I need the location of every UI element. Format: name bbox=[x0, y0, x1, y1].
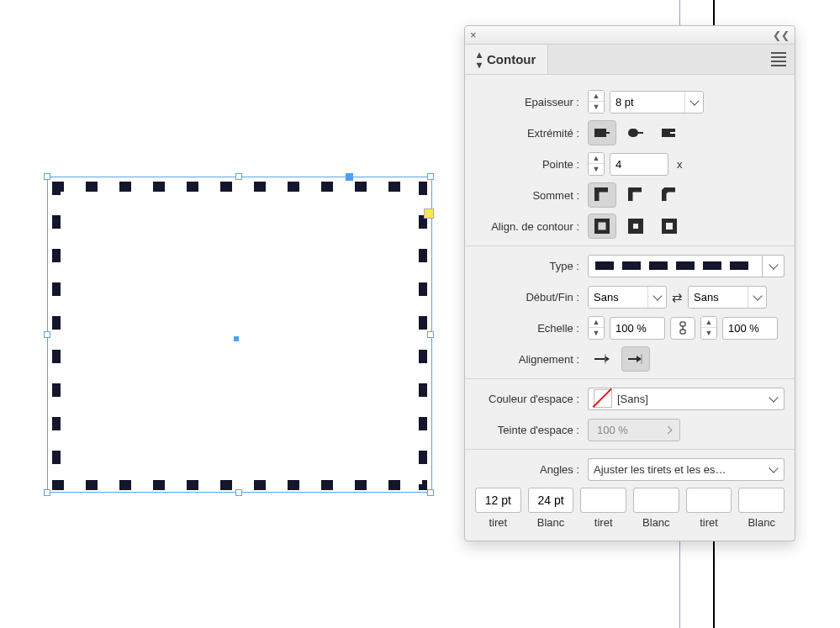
handle-middle-right[interactable] bbox=[427, 331, 434, 338]
row-start-end: Début/Fin : ⇄ bbox=[475, 284, 785, 309]
end-arrow-dropdown[interactable] bbox=[748, 287, 766, 308]
weight-field[interactable] bbox=[610, 91, 704, 113]
start-end-label: Début/Fin : bbox=[475, 291, 588, 303]
close-icon[interactable]: × bbox=[470, 29, 477, 41]
corners-dropdown[interactable] bbox=[763, 458, 785, 481]
gap-color-field[interactable]: [Sans] bbox=[588, 388, 785, 410]
row-join: Sommet : bbox=[475, 182, 785, 208]
svg-rect-10 bbox=[667, 224, 672, 229]
row-miter: Pointe : ▲▼ x bbox=[475, 151, 785, 177]
miter-stepper[interactable]: ▲▼ bbox=[588, 152, 605, 176]
scale-start-stepper[interactable]: ▲▼ bbox=[588, 316, 605, 340]
swap-arrows-icon[interactable]: ⇄ bbox=[672, 290, 683, 305]
weight-dropdown[interactable] bbox=[684, 92, 703, 113]
anchor-point-blue[interactable] bbox=[346, 173, 353, 181]
row-gap-color: Couleur d'espace : [Sans] bbox=[475, 386, 785, 411]
chevron-right-icon bbox=[664, 425, 673, 434]
dash-label-2: tiret bbox=[594, 516, 613, 529]
row-scale: Echelle : ▲▼ ▲▼ bbox=[475, 315, 785, 340]
row-gap-tint: Teinte d'espace : 100 % bbox=[475, 417, 785, 442]
dash-cell-4: tiret bbox=[686, 488, 732, 529]
collapse-icon[interactable]: ❮❮ bbox=[773, 29, 790, 41]
arrow-align-extend-button[interactable] bbox=[588, 346, 616, 372]
dash-cell-1: Blanc bbox=[528, 488, 574, 529]
link-scale-button[interactable] bbox=[670, 317, 695, 340]
dash-label-3: Blanc bbox=[642, 516, 670, 529]
artboard[interactable] bbox=[0, 0, 454, 628]
svg-rect-2 bbox=[628, 129, 638, 137]
dash-cell-3: Blanc bbox=[633, 488, 679, 529]
cap-round-button[interactable] bbox=[621, 120, 650, 145]
join-round-button[interactable] bbox=[621, 182, 650, 208]
row-corners: Angles : Ajuster les tirets et les es… bbox=[475, 456, 785, 482]
end-arrow-input[interactable] bbox=[689, 287, 748, 308]
row-arrow-align: Alignement : bbox=[475, 346, 785, 372]
stroke-panel: × ❮❮ ▴▾ Contour Epaisseur : ▲▼ Extrémité… bbox=[464, 25, 795, 541]
dash-input-3[interactable] bbox=[633, 488, 679, 513]
dash-input-0[interactable] bbox=[475, 488, 521, 513]
start-arrow-dropdown[interactable] bbox=[647, 287, 666, 308]
scale-start-input[interactable] bbox=[610, 317, 665, 340]
handle-bottom-left[interactable] bbox=[44, 489, 50, 496]
gap-color-value: [Sans] bbox=[617, 393, 648, 405]
center-point[interactable] bbox=[234, 336, 239, 341]
anchor-point-yellow[interactable] bbox=[424, 208, 434, 219]
row-weight: Epaisseur : ▲▼ bbox=[475, 89, 785, 114]
handle-middle-left[interactable] bbox=[44, 331, 50, 338]
gap-color-label: Couleur d'espace : bbox=[475, 393, 588, 405]
stroke-align-center-button[interactable] bbox=[588, 214, 616, 239]
miter-input[interactable] bbox=[610, 153, 668, 176]
dash-input-5[interactable] bbox=[738, 488, 785, 513]
dash-pattern-inputs: tiret Blanc tiret Blanc tiret Blanc bbox=[475, 488, 785, 529]
miter-label: Pointe : bbox=[475, 158, 588, 171]
scale-end-input[interactable] bbox=[722, 317, 778, 340]
expand-collapse-icon[interactable]: ▴▾ bbox=[477, 50, 482, 70]
panel-menu-icon[interactable] bbox=[763, 45, 795, 74]
stroke-type-preview[interactable] bbox=[588, 255, 763, 277]
scale-label: Echelle : bbox=[475, 322, 588, 335]
stroke-type-dropdown[interactable] bbox=[763, 255, 785, 277]
miter-x: x bbox=[674, 158, 683, 171]
gap-tint-label: Teinte d'espace : bbox=[475, 424, 588, 436]
stroke-align-inside-button[interactable] bbox=[621, 214, 650, 239]
handle-top-left[interactable] bbox=[44, 173, 50, 180]
gap-tint-value: 100 % bbox=[597, 424, 628, 436]
dash-input-2[interactable] bbox=[580, 488, 626, 513]
end-arrow-field[interactable] bbox=[688, 286, 767, 309]
scale-end-stepper[interactable]: ▲▼ bbox=[700, 316, 717, 340]
tab-label: Contour bbox=[487, 52, 536, 66]
start-arrow-input[interactable] bbox=[589, 287, 647, 308]
handle-top-right[interactable] bbox=[427, 173, 434, 180]
dash-input-4[interactable] bbox=[686, 488, 732, 513]
weight-stepper[interactable]: ▲▼ bbox=[588, 90, 605, 113]
stroke-align-outside-button[interactable] bbox=[655, 214, 684, 239]
dash-input-1[interactable] bbox=[528, 488, 574, 513]
gap-tint-field: 100 % bbox=[588, 419, 680, 441]
row-type: Type : bbox=[475, 253, 785, 278]
panel-titlebar[interactable]: × ❮❮ bbox=[465, 26, 795, 45]
dash-label-1: Blanc bbox=[537, 516, 565, 529]
corners-value: Ajuster les tirets et les es… bbox=[594, 463, 726, 476]
join-bevel-button[interactable] bbox=[655, 182, 684, 208]
arrow-align-tip-button[interactable] bbox=[621, 346, 650, 372]
arrow-align-label: Alignement : bbox=[475, 353, 588, 366]
cap-label: Extrémité : bbox=[475, 127, 588, 140]
dash-cell-0: tiret bbox=[475, 488, 521, 529]
start-arrow-field[interactable] bbox=[588, 286, 667, 309]
handle-bottom-right[interactable] bbox=[427, 489, 434, 496]
handle-bottom-middle[interactable] bbox=[235, 489, 242, 496]
panel-tabs: ▴▾ Contour bbox=[465, 45, 795, 75]
tab-contour[interactable]: ▴▾ Contour bbox=[465, 45, 548, 74]
join-miter-button[interactable] bbox=[588, 182, 616, 208]
type-label: Type : bbox=[475, 260, 588, 272]
cap-butt-button[interactable] bbox=[588, 120, 616, 145]
dashed-rectangle-object[interactable] bbox=[52, 182, 427, 488]
gap-color-dropdown[interactable] bbox=[763, 388, 785, 410]
weight-input[interactable] bbox=[610, 92, 684, 113]
svg-rect-8 bbox=[631, 222, 640, 230]
dash-cell-2: tiret bbox=[580, 488, 626, 529]
row-stroke-align: Align. de contour : bbox=[475, 214, 785, 239]
cap-projecting-button[interactable] bbox=[655, 120, 684, 145]
corners-field[interactable]: Ajuster les tirets et les es… bbox=[588, 458, 785, 481]
handle-top-middle[interactable] bbox=[235, 173, 242, 180]
